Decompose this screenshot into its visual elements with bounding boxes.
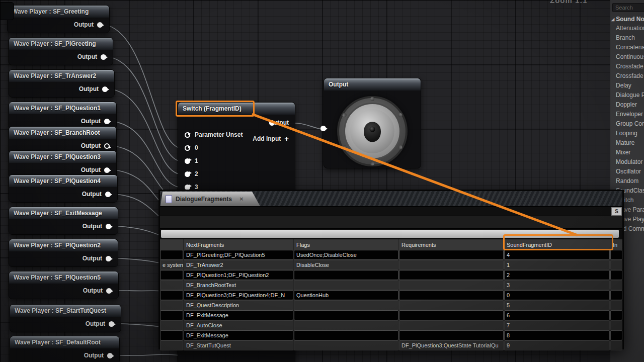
cell-flags[interactable] [294,310,398,320]
wave-player-node[interactable]: Wave Player : SF_PlQuestion1Output [9,102,117,130]
cell-nextfragments[interactable]: DF_PlQuestion3;DF_PlQuestion4;DF_N [184,290,293,300]
switch-input-pin-row[interactable]: 0 [185,144,198,152]
palette-item-oscillator[interactable]: Oscillator [610,167,644,176]
switch-input-pin[interactable] [185,185,190,190]
cell-in[interactable] [610,290,622,300]
table-row[interactable]: DF_BranchRootText3 [160,280,622,290]
palette-item-mature[interactable]: Mature [610,138,644,148]
column-header-nextfragments[interactable]: NextFragments [184,239,293,250]
output-pin[interactable] [106,256,111,261]
palette-item-crossfade-by-distance[interactable]: Crossfade by Distance [610,62,644,71]
table-row[interactable]: DF_ExitMessage6 [160,310,622,320]
cell-in[interactable] [610,340,622,350]
wave-player-node[interactable]: Wave Player : SF_PlQuestion4Output [9,174,118,203]
cell-soundfragmentid[interactable]: 5 [504,300,610,310]
cell-in[interactable] [610,280,622,290]
cell-nextfragments[interactable]: DF_TrAnswer2 [184,260,293,270]
cell-soundfragmentid[interactable]: 4 [504,250,610,260]
cell-nextfragments[interactable]: DF_BranchRootText [184,280,293,290]
output-pin[interactable] [97,22,103,28]
table-row[interactable]: DF_PlQuestion1;DF_PlQuestion22 [160,270,622,280]
cell-in[interactable] [610,330,622,340]
cell-blank[interactable] [160,300,183,310]
output-pin[interactable] [106,224,111,229]
cell-in[interactable] [610,270,622,280]
cell-nextfragments[interactable]: DF_QuestDescription [184,300,293,310]
wave-player-node-header[interactable]: Wave Player : SF_DefaultRoot [10,336,119,348]
wave-player-node-header[interactable]: Wave Player : SF_PlGreeting [9,38,113,50]
palette-item-attenuation[interactable]: Attenuation [610,24,644,33]
table-row[interactable]: e system:DF_TrAnswer2DisableClose1 [160,260,622,270]
palette-item-concatenator[interactable]: Concatenator [610,43,644,52]
cell-blank[interactable] [160,310,183,320]
wave-player-node[interactable]: Wave Player : SF_DefaultRootOutput [10,336,120,362]
palette-item-dialogue-player[interactable]: Dialogue Player [610,90,644,100]
cell-flags[interactable] [294,280,398,290]
column-header-soundfragmentid[interactable]: SoundFragmentID [504,239,610,250]
table-row[interactable]: DF_AutoClose7 [160,320,622,330]
palette-category-sound-node[interactable]: ◢ Sound Node [611,15,644,24]
cell-flags[interactable] [294,320,398,330]
palette-item-mixer[interactable]: Mixer [610,148,644,157]
palette-item-group-control[interactable]: Group Control [610,119,644,129]
switch-node-header[interactable]: Switch (FragmentID) [178,103,295,115]
cell-flags[interactable] [294,340,398,350]
wave-player-node-header[interactable]: Wave Player : SF_PlQuestion3 [9,151,116,163]
cell-nextfragments[interactable]: DF_PlGreeting;DF_PlQuestion5 [184,250,293,260]
wave-player-node[interactable]: Wave Player : SF_PlQuestion5Output [9,271,119,299]
cell-flags[interactable] [294,300,398,310]
cell-requirements[interactable] [399,300,504,310]
palette-item-continuous-modulator[interactable]: Continuous Modulator [610,52,644,62]
column-header-in[interactable]: In [610,239,622,250]
output-pin[interactable] [104,167,110,173]
cell-requirements[interactable] [399,270,504,280]
table-row[interactable]: DF_StartTutQuestDF_PlQuestion3;QuestStat… [160,340,622,350]
cell-in[interactable] [610,250,622,260]
switch-input-pin-row[interactable]: 2 [185,170,198,178]
wave-player-node-header[interactable]: Wave Player : SF_PlQuestion2 [9,239,118,251]
cell-requirements[interactable] [399,310,504,320]
palette-item-crossfade-by-param[interactable]: Crossfade by Param [610,71,644,81]
cell-flags[interactable] [294,330,398,340]
cell-requirements[interactable] [399,260,504,270]
wave-player-node-header[interactable]: Wave Player : SF_TrAnswer2 [9,70,114,82]
wave-player-node[interactable]: Wave Player : SF_PlQuestion2Output [9,239,118,267]
column-header-blank[interactable] [160,239,183,250]
cell-flags[interactable]: DisableClose [294,260,398,270]
palette-item-looping[interactable]: Looping [610,129,644,138]
palette-item-delay[interactable]: Delay [610,81,644,90]
cell-in[interactable] [610,300,622,310]
output-pin[interactable] [104,119,110,124]
cell-blank[interactable] [160,280,183,290]
cell-requirements[interactable] [399,250,504,260]
cell-soundfragmentid[interactable]: 1 [504,260,610,270]
palette-item-doppler[interactable]: Doppler [610,100,644,110]
column-header-requirements[interactable]: Requirements [399,239,504,250]
tab-close-icon[interactable]: × [239,195,244,203]
switch-input-pin-row[interactable]: 1 [185,157,198,165]
switch-input-pin-row[interactable]: Parameter Unset [185,131,243,139]
cell-soundfragmentid[interactable]: 3 [504,280,610,290]
cell-blank[interactable] [160,250,183,260]
add-input-button[interactable]: Add input + [253,134,289,143]
cell-requirements[interactable]: DF_PlQuestion3;QuestState TutorialQu [399,340,504,350]
cell-nextfragments[interactable]: DF_StartTutQuest [184,340,293,350]
switch-input-pin[interactable] [185,132,190,138]
table-row[interactable]: DF_QuestDescription5 [160,300,622,310]
output-pin[interactable] [106,288,112,294]
palette-item-random[interactable]: Random [610,176,644,186]
output-node[interactable]: Output [324,78,421,168]
table-row[interactable]: DF_ExitMessage8 [160,330,622,340]
cell-flags[interactable] [294,270,398,280]
wave-player-node[interactable]: Wave Player : SF_PlGreetingOutput [9,37,113,65]
output-pin[interactable] [105,192,111,197]
cell-blank[interactable] [160,270,183,280]
tab-dialoguefragments[interactable]: DialogueFragments × [160,192,260,206]
cell-blank[interactable]: e system: [160,260,183,270]
wave-player-node-header[interactable]: Wave Player : SF_BranchRoot [9,127,116,139]
cell-soundfragmentid[interactable]: 9 [504,340,610,350]
cell-soundfragmentid[interactable]: 7 [504,320,610,330]
cell-nextfragments[interactable]: DF_AutoClose [184,320,293,330]
switch-input-pin[interactable] [185,145,190,151]
switch-output-pin-row[interactable]: Output [269,119,289,126]
